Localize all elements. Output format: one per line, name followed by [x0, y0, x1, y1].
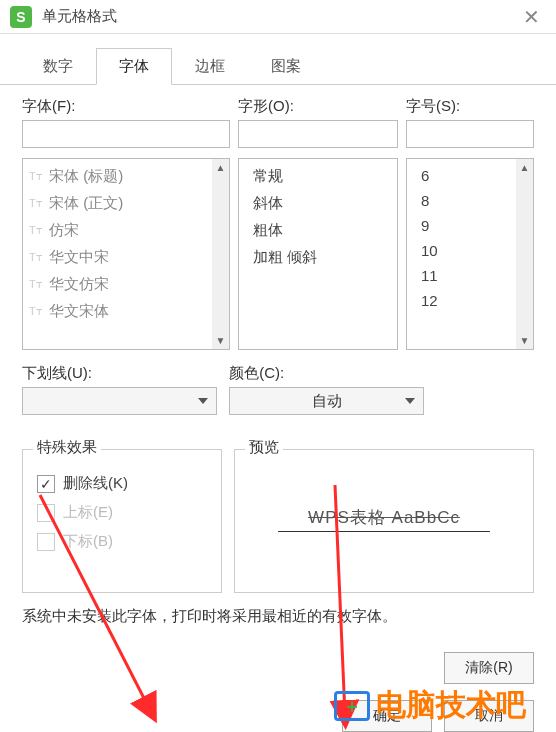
font-label: 字体(F):: [22, 97, 230, 116]
cancel-button[interactable]: 取消: [444, 700, 534, 732]
style-list-item[interactable]: 常规: [239, 163, 397, 190]
checkbox-icon[interactable]: [37, 533, 55, 551]
chevron-down-icon: [198, 398, 208, 404]
font-type-icon: Tᴛ: [29, 278, 42, 291]
font-type-icon: Tᴛ: [29, 251, 42, 264]
scroll-down-icon[interactable]: ▼: [516, 332, 533, 349]
font-type-icon: Tᴛ: [29, 197, 42, 210]
font-type-icon: Tᴛ: [29, 305, 42, 318]
tab-pattern[interactable]: 图案: [248, 48, 324, 85]
underline-label: 下划线(U):: [22, 364, 217, 383]
font-list-item[interactable]: Tᴛ华文中宋: [23, 244, 229, 271]
underline-dropdown[interactable]: [22, 387, 217, 415]
window-title: 单元格格式: [42, 7, 516, 26]
font-missing-note: 系统中未安装此字体，打印时将采用最相近的有效字体。: [22, 607, 534, 626]
font-type-icon: Tᴛ: [29, 224, 42, 237]
tab-number[interactable]: 数字: [20, 48, 96, 85]
style-label: 字形(O):: [238, 97, 398, 116]
preview-legend: 预览: [245, 438, 283, 457]
tab-border[interactable]: 边框: [172, 48, 248, 85]
scroll-up-icon[interactable]: ▲: [212, 159, 229, 176]
effects-legend: 特殊效果: [33, 438, 101, 457]
checkbox-label: 删除线(K): [63, 474, 128, 493]
preview-area: WPS表格 AaBbCc: [249, 464, 519, 574]
size-listbox[interactable]: 6 8 9 10 11 12 ▲ ▼: [406, 158, 534, 350]
effects-group: 特殊效果 ✓ 删除线(K) 上标(E) 下标(B): [22, 449, 222, 593]
font-type-icon: Tᴛ: [29, 170, 42, 183]
size-list-item[interactable]: 11: [407, 263, 533, 288]
font-list-item[interactable]: Tᴛ宋体 (标题): [23, 163, 229, 190]
size-list-item[interactable]: 8: [407, 188, 533, 213]
checkbox-icon[interactable]: ✓: [37, 475, 55, 493]
size-list-item[interactable]: 10: [407, 238, 533, 263]
tab-font[interactable]: 字体: [96, 48, 172, 85]
style-list-item[interactable]: 粗体: [239, 217, 397, 244]
checkbox-label: 下标(B): [63, 532, 113, 551]
style-list-item[interactable]: 斜体: [239, 190, 397, 217]
scroll-up-icon[interactable]: ▲: [516, 159, 533, 176]
font-list-item[interactable]: Tᴛ华文仿宋: [23, 271, 229, 298]
app-icon: S: [10, 6, 32, 28]
size-label: 字号(S):: [406, 97, 534, 116]
style-listbox[interactable]: 常规 斜体 粗体 加粗 倾斜: [238, 158, 398, 350]
scrollbar[interactable]: ▲ ▼: [212, 159, 229, 349]
preview-group: 预览 WPS表格 AaBbCc: [234, 449, 534, 593]
close-button[interactable]: ✕: [516, 2, 546, 32]
superscript-checkbox-row[interactable]: 上标(E): [37, 503, 207, 522]
font-list-item[interactable]: Tᴛ仿宋: [23, 217, 229, 244]
size-list-item[interactable]: 6: [407, 163, 533, 188]
font-input[interactable]: [22, 120, 230, 148]
size-list-item[interactable]: 12: [407, 288, 533, 313]
titlebar: S 单元格格式 ✕: [0, 0, 556, 34]
clear-button[interactable]: 清除(R): [444, 652, 534, 684]
style-list-item[interactable]: 加粗 倾斜: [239, 244, 397, 271]
scroll-down-icon[interactable]: ▼: [212, 332, 229, 349]
style-input[interactable]: [238, 120, 398, 148]
strikethrough-checkbox-row[interactable]: ✓ 删除线(K): [37, 474, 207, 493]
chevron-down-icon: [405, 398, 415, 404]
font-listbox[interactable]: Tᴛ宋体 (标题) Tᴛ宋体 (正文) Tᴛ仿宋 Tᴛ华文中宋 Tᴛ华文仿宋 T…: [22, 158, 230, 350]
color-dropdown[interactable]: 自动: [229, 387, 424, 415]
ok-button[interactable]: 确定: [342, 700, 432, 732]
checkbox-icon[interactable]: [37, 504, 55, 522]
font-list-item[interactable]: Tᴛ华文宋体: [23, 298, 229, 325]
size-list-item[interactable]: 9: [407, 213, 533, 238]
tab-bar: 数字 字体 边框 图案: [0, 48, 556, 85]
checkbox-label: 上标(E): [63, 503, 113, 522]
subscript-checkbox-row[interactable]: 下标(B): [37, 532, 207, 551]
scrollbar[interactable]: ▲ ▼: [516, 159, 533, 349]
font-list-item[interactable]: Tᴛ宋体 (正文): [23, 190, 229, 217]
color-label: 颜色(C):: [229, 364, 424, 383]
preview-text: WPS表格 AaBbCc: [278, 506, 490, 532]
size-input[interactable]: [406, 120, 534, 148]
